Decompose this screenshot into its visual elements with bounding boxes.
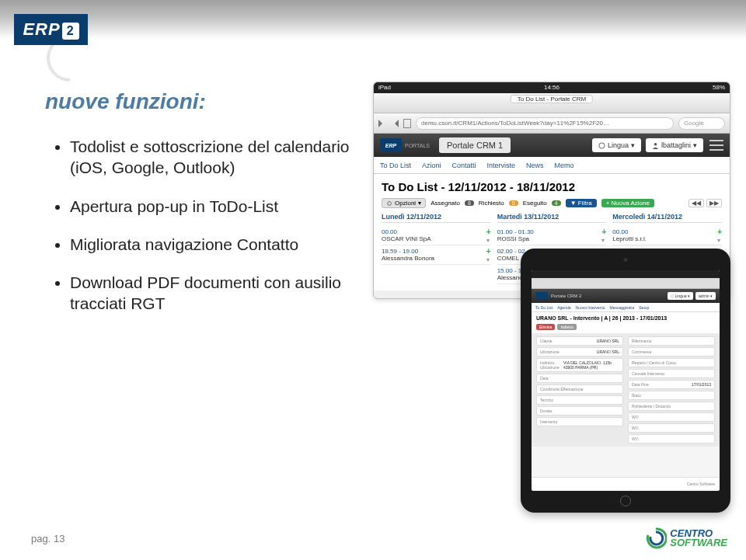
add-icon[interactable]: + (602, 228, 607, 236)
gear-icon (386, 200, 392, 207)
footer-brand: Centro Software (687, 482, 715, 486)
url-field[interactable]: demo.cson.it/CRM1/Actions/ToDoListWeek?d… (416, 117, 674, 130)
ipad-tabs: To Do List Agenda Nuovo Intervento Messa… (532, 303, 720, 312)
form-row[interactable]: WO (628, 423, 715, 433)
language-button[interactable]: Lingua ▾ (592, 138, 641, 152)
form-row[interactable]: Durata (536, 406, 623, 416)
portal-title: Portale CRM 2 (551, 294, 581, 298)
week-nav: ◀◀▶▶ (688, 199, 722, 207)
portal-title: Portale CRM 1 (439, 137, 511, 153)
tab-item[interactable]: To Do List (535, 305, 553, 310)
day-header: Martedì 13/11/2012 (497, 213, 607, 223)
form-row[interactable]: Commessa (628, 347, 715, 357)
new-action-button[interactable]: + Nuova Azione (601, 199, 654, 207)
filter-eseguito-label: Eseguito (523, 200, 547, 207)
form-row[interactable]: UbicazioneURANO SRL (536, 347, 623, 357)
badge-eseguito: 4 (552, 200, 561, 206)
search-field[interactable]: Google (678, 117, 725, 130)
ipad-action-buttons: Elimina Indietro (532, 324, 720, 333)
tab-todolist[interactable]: To Do List (380, 162, 411, 169)
svg-point-1 (654, 142, 657, 145)
tab-news[interactable]: News (526, 162, 544, 169)
user-icon (652, 142, 659, 149)
user-button[interactable]: lbattaglini ▾ (646, 138, 703, 152)
brand-software: SOFTWARE (670, 538, 727, 548)
feature-item: Download PDF documenti con ausilio tracc… (70, 272, 357, 315)
browser-tab-title: To Do List - Portale CRM (511, 95, 593, 103)
screenshot-ipad: Portale CRM 2 ◌ Lingua ▾ admin ▾ To Do L… (521, 249, 730, 513)
centro-software-logo: CENTRO SOFTWARE (645, 527, 727, 549)
event-item[interactable]: 00.00Leprotti s.r.l.+▾ (612, 226, 722, 245)
page-number: pag. 13 (31, 533, 64, 544)
form-row[interactable]: Indirizzo UbicazioneVIA DEL CALZOLAIO, 1… (536, 358, 623, 372)
forward-icon[interactable] (391, 120, 399, 127)
add-icon[interactable]: + (717, 228, 722, 236)
chevron-down-icon[interactable]: ▾ (601, 237, 605, 244)
ipad-screen: Portale CRM 2 ◌ Lingua ▾ admin ▾ To Do L… (532, 270, 720, 491)
svg-point-0 (599, 142, 605, 148)
event-item[interactable]: 00.00OSCAR VINI SpA+▾ (382, 226, 491, 245)
ipad-portal-header: Portale CRM 2 ◌ Lingua ▾ admin ▾ (532, 289, 720, 303)
tab-contatti[interactable]: Contatti (452, 162, 476, 169)
form-row[interactable]: Reparto / Centro di Costo (628, 358, 715, 367)
ipad-footer: Centro Software (532, 477, 720, 489)
tab-azioni[interactable]: Azioni (422, 162, 441, 169)
menu-icon[interactable] (709, 140, 723, 151)
tab-item[interactable]: Agenda (557, 305, 570, 310)
form-row[interactable]: Tecnico (536, 395, 623, 405)
browser-toolbar: To Do List - Portale CRM (374, 93, 730, 113)
form-row[interactable]: ClienteURANO SRL (536, 336, 623, 346)
form-row[interactable]: Data (536, 374, 623, 383)
feature-item: Apertura pop-up in ToDo-List (70, 196, 357, 217)
form-row[interactable]: Riferimento (628, 336, 715, 346)
header-gradient (0, 0, 746, 56)
add-icon[interactable]: + (486, 247, 491, 256)
form-row[interactable]: Causale Intervento (628, 369, 715, 378)
feature-item: Todolist e sottoscrizione del calendario… (70, 136, 357, 179)
day-column: Lunedì 12/11/2012 00.00OSCAR VINI SpA+▾ … (382, 213, 491, 284)
badge-assegnato: 8 (465, 200, 474, 206)
bookmark-icon[interactable] (403, 119, 411, 128)
form-row[interactable]: Stato (628, 391, 715, 400)
filter-button[interactable]: ▼ Filtra (566, 199, 597, 207)
user-button[interactable]: admin ▾ (695, 292, 716, 300)
ipad-heading: URANO SRL - Intervento | A | 26 | 2013 -… (532, 312, 720, 324)
chevron-down-icon[interactable]: ▾ (717, 237, 720, 244)
next-week-icon[interactable]: ▶▶ (706, 199, 722, 207)
form-row[interactable]: Data Fine17/01/2013 (628, 380, 715, 389)
chevron-down-icon[interactable]: ▾ (486, 237, 490, 244)
ipad-camera (624, 258, 628, 262)
form-column-right: RiferimentoCommessaReparto / Centro di C… (628, 336, 715, 443)
language-button[interactable]: ◌ Lingua ▾ (668, 292, 693, 300)
tab-item[interactable]: Messaggistica (610, 305, 635, 310)
form-row[interactable]: WO (628, 434, 715, 443)
status-battery: 58% (713, 82, 725, 93)
page-title: nuove funzioni: (45, 89, 206, 114)
filter-richiesto-label: Richiesto (479, 200, 504, 207)
logo-text: CENTRO SOFTWARE (670, 529, 727, 548)
tab-interviste[interactable]: Interviste (487, 162, 516, 169)
ipad-home-button[interactable] (620, 496, 631, 506)
portals-label: PORTALS (405, 143, 430, 148)
form-row[interactable]: Condizione Effettuazione (536, 384, 623, 394)
chevron-down-icon[interactable]: ▾ (486, 256, 490, 263)
back-icon[interactable] (378, 120, 386, 127)
day-header: Mercoledì 14/11/2012 (612, 213, 722, 223)
tab-memo[interactable]: Memo (555, 162, 574, 169)
prev-week-icon[interactable]: ◀◀ (688, 199, 704, 207)
event-item[interactable]: 18.59 - 19.00Alessandra Bonora+▾ (382, 245, 491, 265)
status-time: 14:56 (544, 82, 560, 93)
tab-item[interactable]: Nuovo Intervento (575, 305, 605, 310)
back-button[interactable]: Indietro (557, 324, 577, 330)
filter-bar: Opzioni ▾ Assegnato8 Richiesto0 Eseguito… (382, 198, 722, 208)
status-device: iPad (378, 82, 391, 93)
form-row[interactable]: Intervento (536, 417, 623, 426)
browser-urlbar: demo.cson.it/CRM1/Actions/ToDoListWeek?d… (374, 113, 730, 134)
add-icon[interactable]: + (486, 228, 491, 236)
form-row[interactable]: WO (628, 412, 715, 422)
tab-item[interactable]: Setup (639, 305, 649, 310)
options-button[interactable]: Opzioni ▾ (382, 198, 426, 208)
delete-button[interactable]: Elimina (536, 324, 555, 330)
event-item[interactable]: 01.00 - 01.30ROSSI Spa+▾ (497, 226, 607, 245)
form-row[interactable]: Richiedente / Distanza (628, 402, 715, 411)
